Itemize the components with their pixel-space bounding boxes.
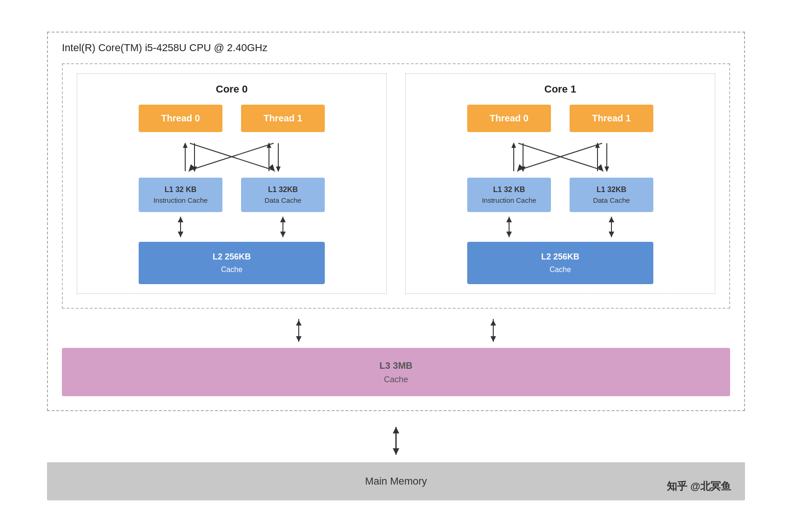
l3-row: L3 3MB Cache — [62, 348, 730, 397]
core-0-l1d-down-arrow — [241, 216, 325, 239]
core-0-l2-to-l3-arrow — [292, 318, 306, 346]
core-1-thread-0: Thread 0 — [467, 105, 551, 132]
core-1-l1i: L1 32 KB Instruction Cache — [467, 178, 551, 213]
outer-wrapper: Intel(R) Core(TM) i5-4258U CPU @ 2.40GHz… — [47, 32, 745, 501]
l3-to-mem-arrow — [47, 425, 745, 458]
core-1-box: Core 1 Thread 0 Thread 1 — [405, 73, 715, 294]
svg-marker-29 — [597, 164, 604, 172]
core-1-l1d: L1 32KB Data Cache — [570, 178, 653, 213]
svg-marker-11 — [188, 164, 195, 172]
core-0-l1i: L1 32 KB Instruction Cache — [139, 178, 222, 213]
watermark: 知乎 @北冥鱼 — [667, 479, 731, 493]
core-0-thread-0: Thread 0 — [139, 105, 222, 132]
svg-marker-39 — [609, 217, 614, 222]
core-0-thread-1: Thread 1 — [241, 105, 325, 132]
svg-marker-35 — [506, 217, 512, 222]
svg-marker-7 — [276, 166, 281, 172]
svg-marker-27 — [604, 166, 609, 172]
core-1-down-arrows — [415, 216, 705, 239]
core-0-cross-arrows — [87, 139, 377, 176]
svg-marker-9 — [269, 164, 275, 172]
svg-marker-43 — [296, 320, 302, 326]
core-1-cross-arrows — [415, 139, 705, 176]
core-1-l1i-down-arrow — [467, 216, 551, 239]
svg-marker-47 — [490, 320, 496, 326]
core-0-threads-row: Thread 0 Thread 1 — [87, 105, 377, 132]
core-0-title: Core 0 — [216, 83, 248, 95]
l3-cache: L3 3MB Cache — [62, 348, 730, 397]
core-1-l1d-down-arrow — [570, 216, 653, 239]
core-1-l1-row: L1 32 KB Instruction Cache L1 32KB Data … — [415, 178, 705, 213]
svg-marker-1 — [183, 142, 188, 148]
core-0-down-arrows — [87, 216, 377, 239]
svg-marker-15 — [178, 217, 183, 222]
l2-to-l3-arrows — [62, 318, 730, 346]
core-1-l2: L2 256KB Cache — [467, 242, 653, 284]
cpu-box: Intel(R) Core(TM) i5-4258U CPU @ 2.40GHz… — [47, 32, 745, 412]
core-0-l1-row: L1 32 KB Instruction Cache L1 32KB Data … — [87, 178, 377, 213]
core-0-l1d: L1 32KB Data Cache — [241, 178, 325, 213]
main-memory-box: Main Memory 知乎 @北冥鱼 — [47, 462, 745, 500]
core-0-l2: L2 256KB Cache — [139, 242, 325, 284]
core-0-box: Core 0 Thread 0 Thread 1 — [77, 73, 387, 294]
svg-marker-51 — [393, 427, 399, 433]
cpu-title: Intel(R) Core(TM) i5-4258U CPU @ 2.40GHz — [62, 42, 730, 54]
core-1-title: Core 1 — [544, 83, 576, 95]
svg-marker-19 — [280, 217, 286, 222]
svg-marker-21 — [511, 142, 516, 148]
core-1-thread-1: Thread 1 — [570, 105, 653, 132]
core-1-l2-to-l3-arrow — [486, 318, 500, 346]
core-0-l1i-down-arrow — [139, 216, 222, 239]
cores-container: Core 0 Thread 0 Thread 1 — [62, 63, 730, 309]
core-1-threads-row: Thread 0 Thread 1 — [415, 105, 705, 132]
main-memory-label: Main Memory — [365, 475, 427, 487]
